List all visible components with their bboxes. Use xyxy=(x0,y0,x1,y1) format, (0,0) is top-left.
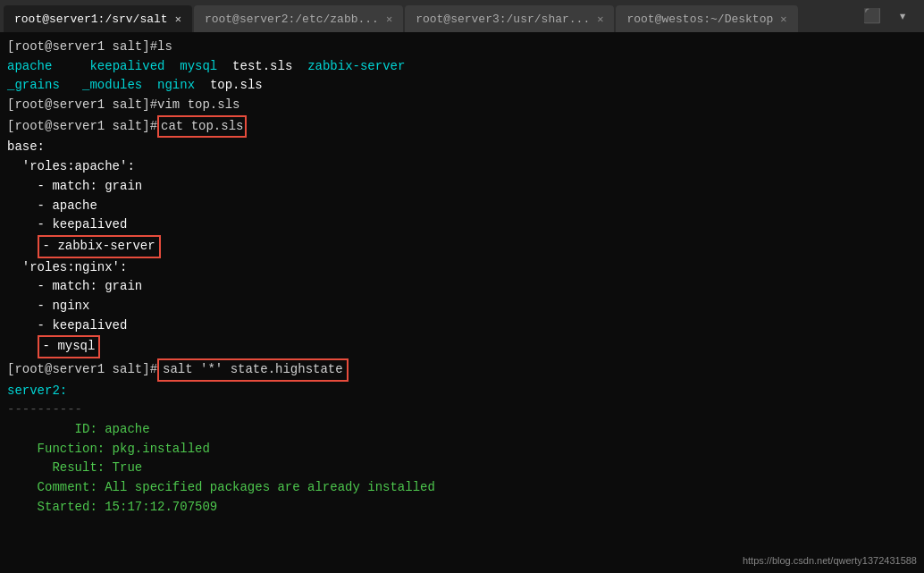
line-ls-output2: _grains _modules nginx top.sls xyxy=(7,76,917,96)
line-ls-output1: apache keepalived mysql test.sls zabbix-… xyxy=(7,57,917,77)
line-separator: ---------- xyxy=(7,400,917,420)
line-ls-prompt: [root@server1 salt]# ls xyxy=(7,38,917,57)
line-function: Function: pkg.installed xyxy=(7,440,917,459)
line-server2-label: server2: xyxy=(7,382,917,401)
terminal-icon-btn[interactable]: ⬛ xyxy=(860,4,885,29)
dropdown-icon-btn[interactable]: ▾ xyxy=(890,4,915,29)
terminal-content: [root@server1 salt]# ls apache keepalive… xyxy=(0,32,924,573)
prompt-1: [root@server1 salt]# xyxy=(7,38,157,57)
tab-westos-label: root@westos:~/Desktop xyxy=(626,13,773,26)
salt-highstate-highlighted: salt '*' state.highstate xyxy=(157,358,349,382)
tab-server1-close[interactable]: ✕ xyxy=(175,13,181,26)
line-result: Result: True xyxy=(7,459,917,478)
ls-zabbix-server: zabbix-server xyxy=(307,57,405,77)
zabbix-server-highlighted: - zabbix-server xyxy=(38,235,161,258)
tab-bar: root@server1:/srv/salt ✕ root@server2:/e… xyxy=(0,0,924,32)
line-apache-item: - apache xyxy=(7,197,917,216)
tab-extra-controls: ⬛ ▾ xyxy=(860,0,920,32)
tab-server3[interactable]: root@server3:/usr/shar... ✕ xyxy=(405,5,614,32)
tab-server2-label: root@server2:/etc/zabb... xyxy=(205,13,379,26)
server2-label: server2: xyxy=(7,382,67,401)
ls-mysql: mysql xyxy=(180,57,217,77)
line-comment: Comment: All specified packages are alre… xyxy=(7,478,917,498)
ls-modules: _modules xyxy=(82,76,142,96)
tab-server3-close[interactable]: ✕ xyxy=(597,13,603,26)
line-nginx-item: - nginx xyxy=(7,297,917,316)
line-cat-prompt: [root@server1 salt]# cat top.sls xyxy=(7,115,917,139)
line-match-grain-1: - match: grain xyxy=(7,177,917,197)
prompt-4: [root@server1 salt]# xyxy=(7,360,157,380)
line-zabbix-server-item: - zabbix-server xyxy=(7,235,917,258)
watermark: https://blog.csdn.net/qwerty1372431588 xyxy=(743,555,917,566)
line-keepalived-item1: - keepalived xyxy=(7,215,917,235)
ls-top-sls: top.sls xyxy=(210,76,263,96)
tab-server2[interactable]: root@server2:/etc/zabb... ✕ xyxy=(194,5,403,32)
line-started: Started: 15:17:12.707509 xyxy=(7,498,917,518)
line-keepalived-item2: - keepalived xyxy=(7,316,917,336)
tab-westos[interactable]: root@westos:~/Desktop ✕ xyxy=(616,5,797,32)
line-roles-apache: 'roles:apache': xyxy=(7,157,917,177)
tab-server1-label: root@server1:/srv/salt xyxy=(14,13,168,26)
cmd-cat-highlighted: cat top.sls xyxy=(157,115,247,139)
prompt-2: [root@server1 salt]# xyxy=(7,96,157,115)
cmd-ls: ls xyxy=(157,38,172,57)
tab-server1[interactable]: root@server1:/srv/salt ✕ xyxy=(4,5,192,32)
ls-test-sls: test.sls xyxy=(232,57,292,77)
tab-server3-label: root@server3:/usr/shar... xyxy=(416,13,590,26)
line-roles-nginx: 'roles:nginx': xyxy=(7,258,917,278)
cmd-vim: vim top.sls xyxy=(157,96,239,115)
line-id: ID: apache xyxy=(7,420,917,440)
ls-grains: _grains xyxy=(7,76,60,96)
ls-apache: apache xyxy=(7,57,52,77)
ls-keepalived: keepalived xyxy=(89,57,164,77)
tab-server2-close[interactable]: ✕ xyxy=(386,13,392,26)
line-base: base: xyxy=(7,138,917,157)
line-match-grain-2: - match: grain xyxy=(7,277,917,297)
prompt-3: [root@server1 salt]# xyxy=(7,117,157,137)
line-salt-prompt: [root@server1 salt]# salt '*' state.high… xyxy=(7,358,917,382)
line-vim-prompt: [root@server1 salt]# vim top.sls xyxy=(7,96,917,115)
mysql-highlighted: - mysql xyxy=(38,335,101,358)
tab-westos-close[interactable]: ✕ xyxy=(780,13,786,26)
ls-nginx: nginx xyxy=(157,76,195,96)
line-mysql-item: - mysql xyxy=(7,335,917,358)
